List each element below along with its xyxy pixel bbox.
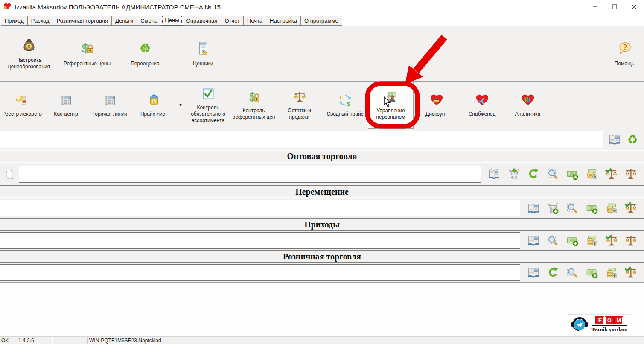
- analitika-button[interactable]: Аналитика: [505, 82, 551, 129]
- quick-search-recycle-button[interactable]: ♻: [626, 133, 639, 146]
- wholesale-scales-button[interactable]: [624, 168, 637, 181]
- transfer-header: Перемещение: [0, 185, 644, 198]
- reestr-lekarstv-button[interactable]: Реестр лекарств: [0, 82, 44, 129]
- wholesale-book-button[interactable]: [488, 168, 501, 181]
- retail-search-button[interactable]: [566, 266, 579, 279]
- svodnyy-prays-button[interactable]: €$Сводный прайс: [322, 82, 368, 129]
- transfer-cart-plus-button[interactable]: [546, 202, 559, 215]
- transfer-input[interactable]: [0, 200, 520, 216]
- kol-tsentr-button[interactable]: Кол-центр: [44, 82, 88, 129]
- tab-o-programme[interactable]: О программе: [300, 16, 342, 26]
- tab-tseny[interactable]: Цены: [161, 15, 183, 26]
- tab-otchet[interactable]: Отчет: [221, 16, 244, 26]
- retail-scales-check-button[interactable]: [624, 266, 637, 279]
- svg-text:€: €: [340, 94, 343, 101]
- telegram-headset-icon: [570, 315, 589, 334]
- arrivals-scales-button[interactable]: [624, 234, 637, 247]
- snabzhenets-button[interactable]: Снабженец: [459, 82, 505, 129]
- application-window: Izzatilla Maksudov ПОЛЬЗОВАТЕЛЬ АДМИНИСТ…: [0, 0, 644, 344]
- tsenniki-button[interactable]: $Ценники: [174, 26, 232, 81]
- arrivals-header: Приходы: [0, 218, 644, 231]
- close-button[interactable]: [624, 0, 644, 14]
- kontrol-obyazatelnogo-assortimenta-button[interactable]: Контроль обязательного ассортимента: [185, 82, 231, 129]
- retail-coins-plus-button[interactable]: [605, 266, 618, 279]
- retail-refresh-button[interactable]: [546, 266, 559, 279]
- arrivals-input[interactable]: [0, 232, 520, 249]
- arrivals-search-button[interactable]: [546, 234, 559, 247]
- doc-blank-icon: [4, 169, 15, 180]
- tab-smena[interactable]: Смена: [137, 16, 161, 26]
- quick-search-actions: ♻: [603, 129, 644, 150]
- fom-letter-m: M: [615, 317, 623, 324]
- maximize-button[interactable]: [605, 0, 624, 14]
- quick-search-book-button[interactable]: [608, 133, 621, 146]
- tab-prihod[interactable]: Приход: [1, 16, 28, 26]
- tab-rashod[interactable]: Расход: [27, 16, 53, 26]
- wholesale-money-plus-button[interactable]: [566, 168, 579, 181]
- wholesale-input[interactable]: [19, 166, 481, 183]
- scales-check-icon: [624, 266, 637, 279]
- diskount-button[interactable]: Дискоунт: [414, 82, 459, 129]
- wholesale-coins-plus-button[interactable]: [586, 168, 598, 181]
- retail-book-button[interactable]: [527, 266, 540, 279]
- upravlenie-personalom-button[interactable]: Управление персоналом: [368, 82, 414, 129]
- tab-dengi[interactable]: Деньги: [111, 16, 137, 26]
- tab-spravochnaya[interactable]: Справочная: [183, 16, 221, 26]
- help-bubble-icon: ?: [617, 41, 632, 56]
- wholesale-search-button[interactable]: [546, 168, 559, 181]
- minimize-button[interactable]: [585, 0, 605, 14]
- transfer-book-button[interactable]: [527, 202, 540, 215]
- coins-plus-icon: [586, 234, 598, 247]
- search-icon: [546, 168, 559, 181]
- toolbar-dropdown-button[interactable]: ▼: [176, 82, 185, 129]
- wholesale-row: [0, 163, 644, 185]
- wholesale-refresh-button[interactable]: [527, 168, 539, 181]
- referentnye-tseny-button[interactable]: $Референтные цены: [58, 26, 116, 81]
- quick-search-input[interactable]: [0, 131, 603, 148]
- ostatki-i-prodazhi-button[interactable]: Остатки и продажи: [277, 82, 322, 129]
- kontrol-referentnyh-tsen-button[interactable]: $Контроль референтных цен: [231, 82, 277, 129]
- arrivals-book-button[interactable]: [527, 234, 540, 247]
- svg-text:♻: ♻: [139, 41, 151, 55]
- snabzhenets-label: Снабженец: [469, 111, 496, 117]
- chevron-down-icon: ▼: [179, 103, 183, 108]
- wholesale-cart-down-button[interactable]: [507, 168, 520, 181]
- prays-list-label: Прайс лист: [140, 111, 167, 117]
- pills-icon: [15, 93, 29, 107]
- wholesale-scales-check-button[interactable]: [605, 168, 618, 181]
- book-icon: [527, 266, 540, 279]
- tab-roznichnaya-torgovlya[interactable]: Розничная торговля: [53, 16, 112, 26]
- refresh-icon: [527, 168, 539, 181]
- arrivals-money-plus-button[interactable]: [566, 234, 579, 247]
- pereotsenka-button[interactable]: ♻Переоценка: [116, 26, 174, 81]
- scales-check-icon: [605, 234, 618, 247]
- document-sections: ♻Оптовая торговляПеремещениеПриходыРозни…: [0, 129, 644, 282]
- goryachaya-liniya-button[interactable]: Горячая линия: [88, 82, 132, 129]
- recycle-money-icon: ♻: [137, 41, 153, 56]
- retail-actions: [520, 263, 644, 282]
- fom-brand: FOM Texnik yordam: [592, 317, 627, 333]
- maximize-icon: [612, 4, 617, 9]
- arrivals-coins-plus-button[interactable]: [586, 234, 598, 247]
- nastroyka-tsenoobrazovaniya-button[interactable]: $Настройка ценооброзования: [0, 26, 58, 81]
- checkbox-check-icon: [201, 87, 215, 101]
- transfer-coins-plus-button[interactable]: [605, 202, 618, 215]
- currency-exchange-icon: €$: [338, 93, 352, 107]
- tab-pochta[interactable]: Почта: [243, 16, 266, 26]
- refresh-icon: [546, 266, 559, 279]
- support-logo[interactable]: FOM Texnik yordam: [568, 314, 631, 335]
- retail-input[interactable]: [0, 264, 520, 281]
- book-icon: [527, 202, 540, 215]
- tab-nastroyka[interactable]: Настройка: [266, 16, 301, 26]
- prays-list-button[interactable]: $Прайс лист: [132, 82, 176, 129]
- arrivals-row: [0, 231, 644, 250]
- retail-money-plus-button[interactable]: [586, 266, 598, 279]
- transfer-scales-check-button[interactable]: [624, 202, 637, 215]
- wholesale-new-document-button[interactable]: [0, 163, 19, 185]
- transfer-money-plus-button[interactable]: [586, 202, 598, 215]
- help-button[interactable]: ? Помощь: [605, 26, 644, 81]
- analitika-label: Аналитика: [515, 111, 540, 117]
- transfer-search-button[interactable]: [566, 202, 579, 215]
- arrivals-scales-check-button[interactable]: [605, 234, 618, 247]
- svodnyy-prays-label: Сводный прайс: [326, 111, 363, 117]
